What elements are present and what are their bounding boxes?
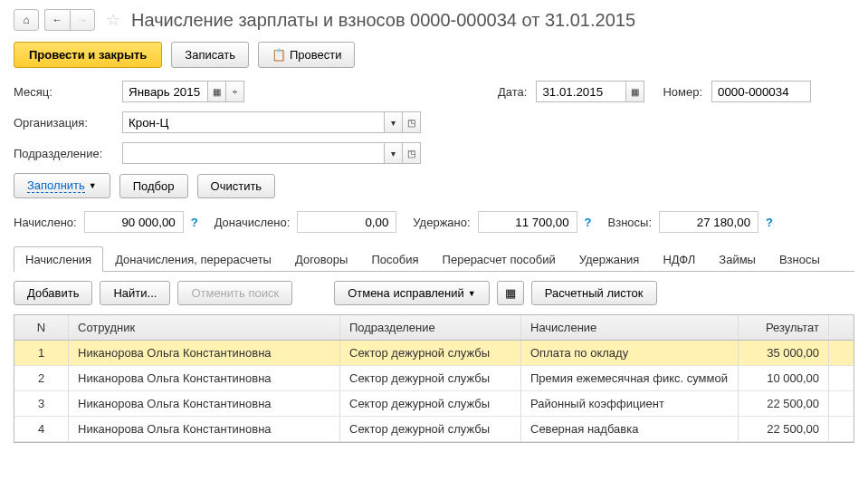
cell-employee: Никанорова Ольга Константиновна	[69, 391, 340, 416]
chevron-down-icon: ▼	[468, 289, 476, 298]
tab-3[interactable]: Пособия	[359, 246, 430, 272]
post-button[interactable]: 📋Провести	[258, 42, 356, 68]
cancel-fix-button[interactable]: Отмена исправлений ▼	[334, 281, 490, 305]
save-button[interactable]: Записать	[171, 42, 249, 68]
chevron-down-icon: ▼	[89, 181, 97, 190]
table-row[interactable]: 4Никанорова Ольга КонстантиновнаСектор д…	[14, 417, 854, 442]
month-calendar-button[interactable]: ▦	[208, 81, 226, 102]
dept-label: Подразделение:	[14, 147, 113, 160]
fill-button[interactable]: Заполнить ▼	[14, 173, 110, 198]
tab-1[interactable]: Доначисления, перерасчеты	[103, 246, 283, 272]
find-button[interactable]: Найти...	[100, 281, 170, 305]
withheld-help-icon[interactable]: ?	[585, 216, 592, 229]
back-button[interactable]: ←	[44, 9, 70, 31]
tab-7[interactable]: Займы	[707, 246, 768, 272]
forward-button[interactable]: →	[70, 9, 95, 31]
grid-header-department[interactable]: Подразделение	[340, 315, 521, 340]
cell-department: Сектор дежурной службы	[340, 417, 521, 441]
grid-header-n[interactable]: N	[14, 315, 69, 340]
org-label: Организация:	[14, 116, 113, 130]
table-row[interactable]: 1Никанорова Ольга КонстантиновнаСектор д…	[14, 341, 854, 366]
dept-open-button[interactable]: ◳	[403, 142, 421, 164]
accrued-label: Начислено:	[14, 216, 77, 229]
cell-accrual: Районный коэффициент	[521, 391, 739, 416]
cell-accrual: Оплата по окладу	[521, 341, 739, 365]
cell-n: 2	[14, 366, 69, 390]
month-input[interactable]	[122, 81, 208, 102]
grid-header-accrual[interactable]: Начисление	[521, 315, 739, 340]
table-row[interactable]: 2Никанорова Ольга КонстантиновнаСектор д…	[14, 366, 854, 391]
post-and-close-button[interactable]: Провести и закрыть	[14, 42, 162, 68]
cell-result: 22 500,00	[739, 417, 829, 441]
table-row[interactable]: 3Никанорова Ольга КонстантиновнаСектор д…	[14, 391, 854, 417]
number-label: Номер:	[663, 85, 702, 99]
tab-4[interactable]: Перерасчет пособий	[431, 246, 568, 272]
number-input[interactable]	[711, 81, 811, 102]
select-button[interactable]: Подбор	[119, 174, 188, 198]
home-button[interactable]: ⌂	[14, 9, 39, 31]
cell-employee: Никанорова Ольга Константиновна	[69, 341, 340, 365]
cell-accrual: Северная надбавка	[521, 417, 739, 441]
grid-header-result[interactable]: Результат	[739, 315, 829, 340]
grid-header-employee[interactable]: Сотрудник	[69, 315, 340, 340]
tabs-container: НачисленияДоначисления, перерасчетыДогов…	[14, 245, 854, 272]
accrued-help-icon[interactable]: ?	[191, 216, 198, 229]
date-label: Дата:	[498, 85, 527, 99]
dept-input[interactable]	[122, 142, 385, 164]
grid-settings-button[interactable]: ▦	[497, 281, 524, 305]
add-accrued-value	[297, 211, 396, 233]
cell-result: 10 000,00	[739, 366, 829, 390]
cell-department: Сектор дежурной службы	[340, 366, 521, 390]
cell-accrual: Премия ежемесячная фикс. суммой	[521, 366, 739, 390]
cell-department: Сектор дежурной службы	[340, 391, 521, 416]
cell-n: 3	[14, 391, 69, 416]
clear-button[interactable]: Очистить	[197, 174, 276, 198]
add-button[interactable]: Добавить	[14, 281, 92, 305]
dept-dropdown-button[interactable]: ▾	[385, 142, 403, 164]
date-input[interactable]	[536, 81, 626, 102]
cell-result: 35 000,00	[739, 341, 829, 365]
cell-department: Сектор дежурной службы	[340, 341, 521, 365]
favorite-icon[interactable]: ☆	[106, 10, 120, 30]
cell-employee: Никанорова Ольга Константиновна	[69, 366, 340, 390]
month-step-button[interactable]: ÷	[226, 81, 244, 102]
accruals-grid[interactable]: N Сотрудник Подразделение Начисление Рез…	[14, 314, 854, 443]
cell-n: 4	[14, 417, 69, 441]
cell-result: 22 500,00	[739, 391, 829, 416]
date-calendar-button[interactable]: ▦	[626, 81, 644, 102]
add-accrued-label: Доначислено:	[215, 216, 291, 229]
cell-employee: Никанорова Ольга Константиновна	[69, 417, 340, 441]
org-input[interactable]	[122, 111, 385, 133]
cancel-search-button: Отменить поиск	[177, 281, 292, 305]
withheld-label: Удержано:	[413, 216, 470, 229]
org-open-button[interactable]: ◳	[403, 111, 421, 133]
payslip-button[interactable]: Расчетный листок	[531, 281, 657, 305]
tab-0[interactable]: Начисления	[14, 246, 103, 272]
tab-2[interactable]: Договоры	[283, 246, 359, 272]
tab-6[interactable]: НДФЛ	[651, 246, 707, 272]
month-label: Месяц:	[14, 85, 113, 99]
withheld-value	[478, 211, 577, 233]
tab-8[interactable]: Взносы	[768, 246, 832, 272]
contrib-help-icon[interactable]: ?	[766, 216, 773, 229]
tab-5[interactable]: Удержания	[568, 246, 652, 272]
cell-n: 1	[14, 341, 69, 365]
org-dropdown-button[interactable]: ▾	[385, 111, 403, 133]
accrued-value	[84, 211, 184, 233]
page-title: Начисление зарплаты и взносов 0000-00003…	[131, 10, 635, 31]
contrib-value	[659, 211, 758, 233]
grid-icon: ▦	[505, 286, 516, 300]
post-icon: 📋	[272, 48, 286, 62]
contrib-label: Взносы:	[608, 216, 653, 229]
